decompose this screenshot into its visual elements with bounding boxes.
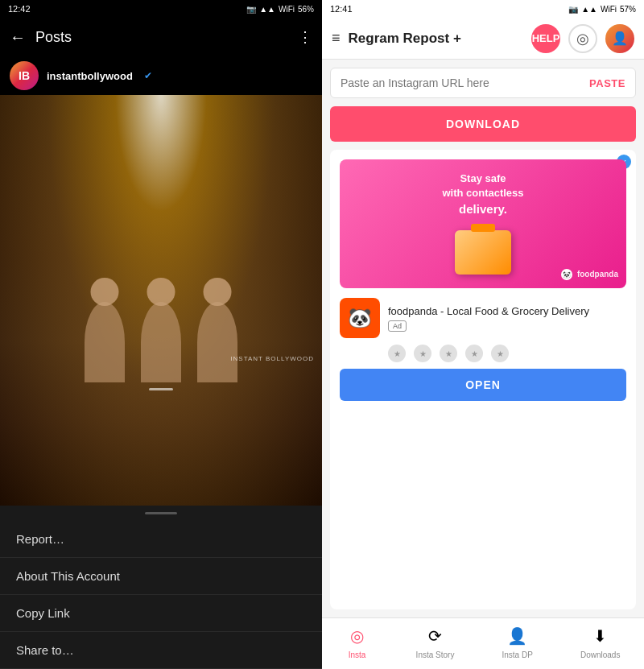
tab-insta-story-label: Insta Story bbox=[416, 650, 455, 659]
ad-app-info: foodpanda - Local Food & Grocery Deliver… bbox=[388, 305, 589, 332]
progress-dot bbox=[149, 388, 173, 390]
ad-info-row: 🐼 foodpanda - Local Food & Grocery Deliv… bbox=[340, 298, 626, 338]
rating-star-3: ★ bbox=[440, 345, 457, 362]
ad-logo-circle-icon: 🐼 bbox=[561, 269, 572, 280]
profile-row: IB instantbollywood ✔ bbox=[0, 56, 322, 95]
video-container: INSTANT BOLLYWOOD bbox=[0, 95, 322, 506]
car-silhouettes bbox=[85, 302, 237, 382]
ad-panda-logo: 🐼 bbox=[340, 298, 380, 338]
person-silhouette-3 bbox=[197, 302, 237, 382]
help-label: HELP bbox=[532, 32, 560, 44]
rating-star-1: ★ bbox=[388, 345, 406, 362]
url-input[interactable] bbox=[341, 76, 589, 89]
person-silhouette-1 bbox=[85, 302, 125, 382]
profile-avatar[interactable]: IB bbox=[10, 61, 39, 90]
right-status-icons: 📷 ▲▲ WiFi 57% bbox=[568, 5, 636, 14]
right-status-bar: 12:41 📷 ▲▲ WiFi 57% bbox=[322, 0, 644, 18]
menu-divider bbox=[145, 512, 177, 514]
tab-downloads-icon: ⬇ bbox=[589, 625, 612, 647]
ad-banner: Stay safe with contactless delivery. 🐼 f… bbox=[340, 159, 626, 288]
tab-insta[interactable]: ◎ Insta bbox=[346, 625, 369, 659]
video-bg: INSTANT BOLLYWOOD bbox=[0, 95, 322, 506]
ad-badge: Ad bbox=[388, 320, 407, 332]
ad-open-button[interactable]: OPEN bbox=[340, 369, 626, 401]
profile-button[interactable]: 👤 bbox=[605, 24, 634, 53]
tab-insta-label: Insta bbox=[349, 650, 366, 659]
instagram-icon: ◎ bbox=[576, 30, 589, 47]
right-signal: ▲▲ bbox=[581, 5, 597, 14]
left-status-icons: 📷 ▲▲ WiFi 56% bbox=[246, 5, 314, 14]
left-battery: 56% bbox=[298, 5, 314, 14]
menu-item-share[interactable]: Share to… bbox=[0, 632, 322, 669]
ad-banner-text: Stay safe with contactless delivery. bbox=[442, 171, 523, 217]
tab-downloads[interactable]: ⬇ Downloads bbox=[580, 625, 620, 659]
right-wifi: WiFi bbox=[601, 5, 617, 14]
ad-app-name: foodpanda - Local Food & Grocery Deliver… bbox=[388, 305, 589, 317]
ad-brand-logo: 🐼 foodpanda bbox=[561, 269, 618, 280]
panda-icon: 🐼 bbox=[348, 307, 372, 329]
person-silhouette-2 bbox=[141, 302, 181, 382]
hamburger-menu-icon[interactable]: ≡ bbox=[332, 30, 341, 47]
app-title: Regram Repost + bbox=[349, 31, 523, 47]
left-signal: ▲▲ bbox=[259, 5, 275, 14]
ad-container: × Stay safe with contactless delivery. 🐼… bbox=[330, 150, 636, 609]
download-button[interactable]: DOWNLOAD bbox=[330, 106, 636, 142]
tab-insta-dp[interactable]: 👤 Insta DP bbox=[502, 625, 533, 659]
ad-line3: delivery. bbox=[442, 200, 523, 217]
tab-insta-story[interactable]: ⟳ Insta Story bbox=[416, 625, 455, 659]
left-time: 12:42 bbox=[8, 4, 31, 14]
left-camera-icon: 📷 bbox=[246, 5, 256, 14]
right-time: 12:41 bbox=[330, 4, 353, 14]
profile-name[interactable]: instantbollywood bbox=[47, 70, 133, 82]
right-camera-icon: 📷 bbox=[568, 5, 578, 14]
bottom-tabs: ◎ Insta ⟳ Insta Story 👤 Insta DP ⬇ Downl… bbox=[322, 617, 644, 669]
ad-line2: with contactless bbox=[442, 186, 523, 200]
rating-star-5: ★ bbox=[491, 345, 509, 362]
rating-star-2: ★ bbox=[414, 345, 431, 362]
bottom-menu: Report… About This Account Copy Link Sha… bbox=[0, 506, 322, 669]
left-wifi: WiFi bbox=[279, 5, 295, 14]
verified-badge-icon: ✔ bbox=[144, 70, 152, 81]
ad-package-icon bbox=[455, 230, 511, 275]
tab-downloads-label: Downloads bbox=[580, 650, 620, 659]
tab-insta-story-icon: ⟳ bbox=[424, 625, 447, 647]
menu-item-report[interactable]: Report… bbox=[0, 521, 322, 558]
left-nav-bar: ← Posts ⋮ bbox=[0, 18, 322, 56]
more-options-icon[interactable]: ⋮ bbox=[298, 28, 312, 46]
paste-button[interactable]: PASTE bbox=[589, 77, 625, 89]
url-input-area: PASTE bbox=[330, 68, 636, 98]
menu-item-about[interactable]: About This Account bbox=[0, 558, 322, 595]
ad-brand-name: foodpanda bbox=[577, 270, 618, 279]
right-panel: 12:41 📷 ▲▲ WiFi 57% ≡ Regram Repost + HE… bbox=[322, 0, 644, 669]
left-status-bar: 12:42 📷 ▲▲ WiFi 56% bbox=[0, 0, 322, 18]
right-top-bar: ≡ Regram Repost + HELP ◎ 👤 bbox=[322, 18, 644, 60]
right-battery: 57% bbox=[620, 5, 636, 14]
help-button[interactable]: HELP bbox=[531, 24, 560, 53]
tab-insta-icon: ◎ bbox=[346, 625, 369, 647]
tab-insta-dp-icon: 👤 bbox=[506, 625, 529, 647]
rating-row: ★ ★ ★ ★ ★ bbox=[340, 345, 626, 362]
nav-title: Posts bbox=[35, 29, 288, 46]
menu-item-copy-link[interactable]: Copy Link bbox=[0, 595, 322, 632]
back-arrow-icon[interactable]: ← bbox=[10, 28, 26, 47]
tab-insta-dp-label: Insta DP bbox=[502, 650, 533, 659]
profile-icon: 👤 bbox=[612, 31, 628, 46]
watermark-text: INSTANT BOLLYWOOD bbox=[230, 355, 314, 362]
instagram-button[interactable]: ◎ bbox=[568, 24, 597, 53]
left-panel: 12:42 📷 ▲▲ WiFi 56% ← Posts ⋮ IB instant… bbox=[0, 0, 322, 669]
rating-star-4: ★ bbox=[465, 345, 483, 362]
ad-line1: Stay safe bbox=[442, 171, 523, 186]
